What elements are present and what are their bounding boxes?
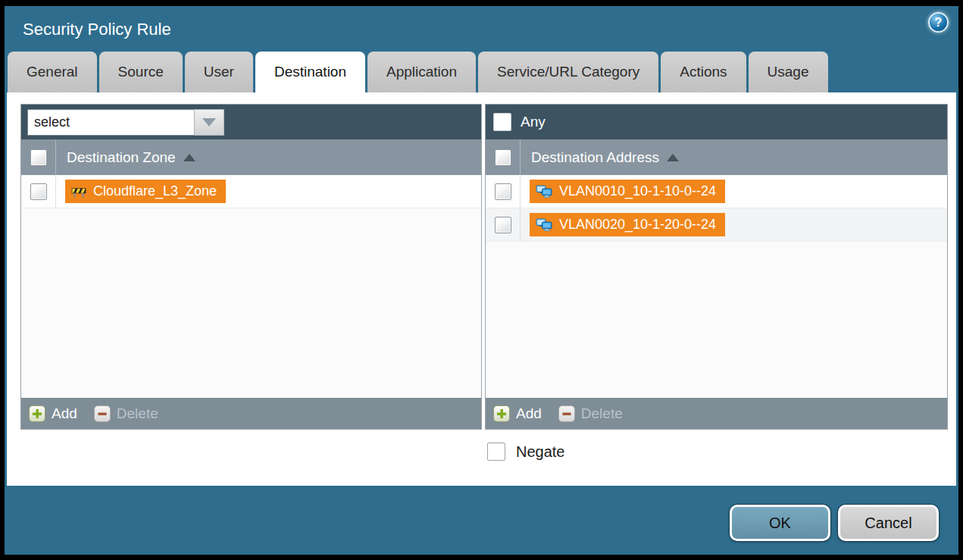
address-toolbar: Any	[486, 105, 947, 139]
table-row: VLAN0020_10-1-20-0--24	[486, 208, 947, 242]
negate-label: Negate	[516, 443, 565, 461]
tab-application[interactable]: Application	[367, 52, 476, 92]
negate-checkbox[interactable]	[487, 443, 505, 461]
destination-zone-panel: Destination Zone	[20, 104, 482, 430]
zone-select-all-checkbox[interactable]	[30, 149, 47, 166]
address-row-checkbox[interactable]	[495, 217, 511, 233]
network-icon	[536, 185, 552, 199]
address-item[interactable]: VLAN0020_10-1-20-0--24	[530, 213, 725, 236]
tab-destination[interactable]: Destination	[255, 52, 365, 92]
zone-column-sort[interactable]: Destination Zone	[67, 149, 195, 166]
zone-column-header: Destination Zone	[21, 139, 481, 175]
add-plus-icon	[493, 405, 510, 422]
address-item-label: VLAN0010_10-1-10-0--24	[559, 183, 716, 199]
ok-button[interactable]: OK	[730, 505, 830, 541]
zone-footer: Add Delete	[21, 398, 481, 429]
tab-general[interactable]: General	[8, 52, 97, 92]
any-label: Any	[521, 114, 546, 130]
tab-service-url-category[interactable]: Service/URL Category	[478, 52, 658, 92]
address-row-checkbox[interactable]	[495, 183, 511, 200]
zone-list: Cloudflare_L3_Zone	[21, 175, 481, 398]
address-footer: Add Delete	[486, 398, 947, 429]
address-list: VLAN0010_10-1-10-0--24	[486, 175, 947, 398]
negate-option: Negate	[487, 443, 565, 461]
title-bar: Security Policy Rule ?	[5, 6, 958, 52]
help-icon[interactable]: ?	[928, 12, 949, 33]
address-delete-button[interactable]: Delete	[558, 405, 623, 422]
security-policy-rule-dialog: Security Policy Rule ? General Source Us…	[5, 6, 958, 555]
address-item-label: VLAN0020_10-1-20-0--24	[559, 217, 716, 233]
cancel-button[interactable]: Cancel	[838, 505, 939, 541]
zone-select-dropdown-button[interactable]	[194, 109, 224, 136]
delete-minus-icon	[558, 405, 575, 422]
tab-source[interactable]: Source	[99, 52, 183, 92]
tab-bar: General Source User Destination Applicat…	[8, 52, 955, 92]
tab-user[interactable]: User	[185, 52, 253, 92]
dialog-title: Security Policy Rule	[23, 20, 171, 39]
zone-add-button[interactable]: Add	[29, 405, 77, 422]
zone-row-checkbox[interactable]	[30, 183, 47, 200]
tab-usage[interactable]: Usage	[749, 52, 828, 92]
zone-item-label: Cloudflare_L3_Zone	[93, 183, 217, 199]
address-column-header: Destination Address	[486, 139, 947, 175]
zone-add-label: Add	[52, 405, 77, 422]
zone-toolbar	[21, 105, 481, 139]
zone-icon	[71, 186, 86, 198]
address-add-button[interactable]: Add	[493, 405, 542, 422]
address-select-all-checkbox[interactable]	[495, 149, 511, 166]
network-icon	[536, 218, 552, 232]
zone-select-input[interactable]	[27, 109, 194, 136]
address-column-title: Destination Address	[531, 149, 659, 166]
destination-tab-content: Destination Zone	[7, 92, 956, 486]
any-checkbox[interactable]	[493, 113, 511, 131]
zone-delete-button[interactable]: Delete	[94, 405, 158, 422]
zone-delete-label: Delete	[117, 405, 158, 422]
tab-actions[interactable]: Actions	[661, 52, 746, 92]
address-column-sort[interactable]: Destination Address	[531, 149, 679, 166]
zone-item[interactable]: Cloudflare_L3_Zone	[65, 180, 226, 203]
delete-minus-icon	[94, 405, 111, 422]
destination-address-panel: Any Destination Address	[485, 104, 948, 430]
table-row: VLAN0010_10-1-10-0--24	[486, 175, 947, 208]
sort-ascending-icon	[667, 154, 679, 161]
address-add-label: Add	[516, 405, 542, 422]
zone-select	[27, 109, 224, 136]
address-delete-label: Delete	[581, 405, 623, 422]
address-item[interactable]: VLAN0010_10-1-10-0--24	[530, 180, 725, 203]
sort-ascending-icon	[183, 154, 195, 161]
add-plus-icon	[29, 405, 45, 422]
table-row: Cloudflare_L3_Zone	[21, 175, 481, 208]
zone-column-title: Destination Zone	[67, 149, 176, 166]
chevron-down-icon	[202, 118, 216, 127]
